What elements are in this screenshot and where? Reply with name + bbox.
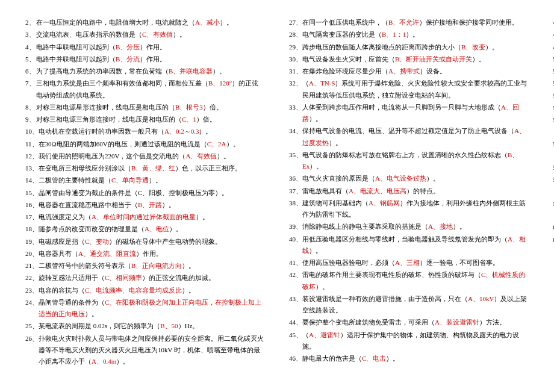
question-item: 14、二极管的主要特性就是（C、单向导通）。 <box>25 175 265 186</box>
item-number: 3、 <box>25 29 36 40</box>
item-number: 4、 <box>25 42 36 53</box>
answer-text: B、并联电容器 <box>169 67 213 75</box>
item-number: 34、 <box>289 125 302 149</box>
answer-text: A、有效值 <box>185 152 217 160</box>
answer-text: A、钢筋网 <box>369 199 400 207</box>
question-text: ）。 <box>316 283 329 290</box>
item-text: （A、避雷针）适用于保护集中的物体，如建筑物、构筑物及露天的电力设施。 <box>302 329 529 353</box>
question-text: 电气火灾直接的原因是（ <box>302 175 375 182</box>
question-text: 交流电流表、电压表指示的数值是（ <box>36 31 142 38</box>
question-text: ）。 <box>309 115 322 122</box>
item-text: 我们使用的照明电压为220V，这个值是交流电的（A、有效值）。 <box>39 151 265 162</box>
item-number: 9、 <box>25 114 36 125</box>
answer-text: B、50 <box>160 322 178 329</box>
item-number: 26、 <box>25 333 39 368</box>
answer-text: C、电流频率、电容容量均成反比 <box>85 287 182 294</box>
item-text: 雷电放电具有（A、电流大、电压高）的特点。 <box>302 185 529 197</box>
question-text: ）。 <box>453 223 466 230</box>
item-number: 46、 <box>289 353 302 364</box>
item-number: 16、 <box>25 199 39 211</box>
question-item: 35、电气设备的防爆标志可放在铭牌右上方，设置清晰的永久性凸纹标志（B、Ex）。 <box>289 149 529 173</box>
question-text: ）。 <box>217 152 230 160</box>
item-text: 电容器在直流稳态电路中相当于（B、开路）。 <box>39 199 265 211</box>
question-text: ）保护接地和保护接零同时使用。 <box>419 19 518 26</box>
item-text: 要保护整个变电所建筑物免受雷击，可采用（A、装设避雷针）方法。 <box>302 317 529 328</box>
question-text: ）作用。 <box>140 43 166 51</box>
question-text: 雷电放电具有（ <box>302 187 349 194</box>
answer-text: A、接地 <box>428 223 453 230</box>
item-text: 扑救电火灾时扑救人员与带电体之间应保持必要的安全距离。用二氧化碳灭火器等不导电灭… <box>39 333 265 368</box>
question-text: 扑救电火灾时扑救人员与带电体之间应保持必要的安全距离。用二氧化碳灭火器等不导电灭… <box>39 335 264 366</box>
question-text: ）系统可用于爆炸危险、火灾危险性较大或安全要求较高的工业与民用建筑等低压供电系统… <box>302 79 527 98</box>
item-text: 二极管符号中的箭头符号表示（B、正向电流方向）。 <box>39 260 265 272</box>
question-text: （ <box>302 79 309 87</box>
item-text: 电气隔离变压器的变比是（B、1：1）。 <box>302 29 529 40</box>
answer-text: C、2A <box>207 140 226 148</box>
item-number: 20、 <box>25 248 39 260</box>
question-text: ）。 <box>116 358 129 365</box>
question-text: 电气设备发生火灾时，应首先（ <box>302 55 395 63</box>
question-text: 电气隔离变压器的变比是（ <box>302 31 382 38</box>
item-text: 在同一个低压供电系统中，（B、不允许）保护接地和保护接零同时使用。 <box>302 17 529 28</box>
question-item: 26、扑救电火灾时扑救人员与带电体之间应保持必要的安全距离。用二氧化碳灭火器等不… <box>25 333 265 368</box>
answer-text: A、0.2～0.3 <box>164 128 199 135</box>
item-text: 电路中串联电阻可以起到（B、分压）作用。 <box>36 42 265 53</box>
answer-text: A、电位 <box>145 225 169 232</box>
item-number: 37、 <box>289 185 302 197</box>
question-item: 6、为了提高电力系统的功率因数，常在负荷端（B、并联电容器）。 <box>25 66 265 77</box>
question-text: ）。 <box>329 139 342 146</box>
answer-text: B、1：1 <box>382 31 406 38</box>
question-text: ）逐一验电，不可图省事。 <box>420 259 499 266</box>
item-text: 电气设备的防爆标志可放在铭牌右上方，设置清晰的永久性凸纹标志（B、Ex）。 <box>302 149 529 173</box>
item-number: 10、 <box>25 126 39 137</box>
answer-text: B、黄、绿、红 <box>131 164 175 172</box>
question-text: ）。 <box>472 55 485 63</box>
item-number: 12、 <box>25 151 39 162</box>
answer-text: A、通交流、阻直流 <box>78 250 136 257</box>
item-text: 三相电力系统是由三个频率和有效值都相同，而相位互差（B、120°）的正弦电动势组… <box>36 78 265 101</box>
question-text: ）。 <box>182 287 195 294</box>
question-text: ）倍。 <box>196 116 216 123</box>
question-text: 在一电压恒定的电路中，电阻值增大时，电流就随之（ <box>36 19 195 26</box>
question-text: ）。 <box>173 31 186 38</box>
item-text: 电磁感应是指（C、变动）的磁场在导体中产生电动势的现象。 <box>39 236 265 247</box>
answer-text: B、120° <box>208 79 232 87</box>
item-text: 跨步电压的数值随人体离接地点的距离而跨步的大小（B、改变）。 <box>302 42 529 53</box>
question-item: 39、消除静电线上的静电主要靠采取的措施是（A、接地）。 <box>289 221 529 232</box>
item-text: 电流强度定义为（A、单位时间内通过异体截面的电量）。 <box>39 211 265 223</box>
item-text: 电气火灾直接的原因是（A、电气设备过热）。 <box>302 173 529 184</box>
item-text: 电路中并联电阻可以起到（B、分流）作用。 <box>36 54 265 65</box>
item-number: 6、 <box>25 66 36 77</box>
question-text: 对称三相电源三角形连接时，线电压是相电压的（ <box>36 116 182 123</box>
question-text: ）的特点。 <box>406 187 440 194</box>
item-number: 38、 <box>289 198 302 221</box>
question-item: 17、电流强度定义为（A、单位时间内通过异体截面的电量）。 <box>25 211 265 223</box>
question-item: 33、人体受到跨步电压作用时，电流将从一只脚到另一只脚与大地形成（A、回路）。 <box>289 102 529 125</box>
answer-text: A、10kV <box>468 295 494 302</box>
item-number: 30、 <box>289 54 302 65</box>
question-item: 4、电路中串联电阻可以起到（B、分压）作用。 <box>25 42 265 53</box>
item-text: 某电流表的周期是 0.02s，则它的频率为（B、50）Hz。 <box>39 320 265 332</box>
question-text: （ <box>302 331 309 338</box>
question-item: 44、要保护整个变电所建筑物免受雷击，可采用（A、装设避雷针）方法。 <box>289 317 529 328</box>
question-text: ）。 <box>485 43 499 51</box>
answer-text: C、单向导通 <box>111 176 149 184</box>
answer-text: A、携带式 <box>388 67 420 75</box>
item-text: 在30Ω电阻的两端加60V的电压，则通过该电阻的电流是（C、2A）。 <box>39 138 265 150</box>
item-number: 45、 <box>289 329 302 353</box>
item-number: 27、 <box>289 17 302 28</box>
item-number: 14、 <box>25 175 39 186</box>
question-item: 3、交流电流表、电压表指示的数值是（C、有效值）。 <box>25 29 265 40</box>
question-text: 要保护整个变电所建筑物免受雷击，可采用（ <box>302 319 435 326</box>
item-number: 8、 <box>25 102 36 113</box>
answer-text: C、有效值 <box>142 31 173 38</box>
item-text: 在一电压恒定的电路中，电阻值增大时，电流就随之（A、减小）。 <box>36 17 265 28</box>
answer-text: A、三相 <box>395 259 420 266</box>
item-number: 39、 <box>289 221 302 232</box>
item-number: 5、 <box>25 54 36 65</box>
question-item: 41、使用高压验电器验电时，必须（A、三相）逐一验电，不可图省事。 <box>289 257 529 269</box>
question-item: 7、三相电力系统是由三个频率和有效值都相同，而相位互差（B、120°）的正弦电动… <box>25 78 265 101</box>
item-text: 旋转互感法只适用于（C、相同频率）的正弦交流电的加减。 <box>39 272 265 284</box>
item-number: 23、 <box>25 285 39 296</box>
item-number: 13、 <box>25 163 39 174</box>
